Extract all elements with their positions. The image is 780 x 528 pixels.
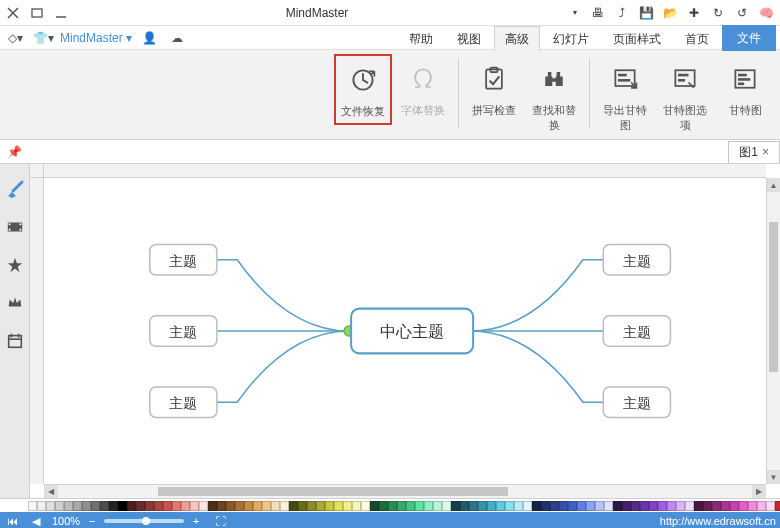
color-swatch[interactable]	[181, 501, 190, 511]
color-swatch[interactable]	[235, 501, 244, 511]
prev-page-icon[interactable]: ◀	[28, 514, 44, 528]
open-icon[interactable]: 📂	[660, 3, 680, 23]
color-swatch[interactable]	[559, 501, 568, 511]
color-swatch[interactable]	[478, 501, 487, 511]
color-swatch[interactable]	[406, 501, 415, 511]
maximize-icon[interactable]	[28, 4, 46, 22]
scroll-left-icon[interactable]: ◀	[44, 485, 58, 498]
save-icon[interactable]: 💾	[636, 3, 656, 23]
color-swatch[interactable]	[64, 501, 73, 511]
color-swatch[interactable]	[289, 501, 298, 511]
leaf-left-1[interactable]: 主题	[169, 253, 197, 269]
color-swatch[interactable]	[334, 501, 343, 511]
color-swatch[interactable]	[469, 501, 478, 511]
star-icon[interactable]	[4, 254, 26, 276]
ribbon-file-recovery[interactable]: 文件恢复	[334, 54, 392, 125]
ribbon-find-replace[interactable]: 查找和替换	[525, 54, 583, 138]
color-swatch[interactable]	[766, 501, 775, 511]
tab-file[interactable]: 文件	[722, 25, 776, 51]
leaf-left-2[interactable]: 主题	[169, 324, 197, 340]
color-swatch[interactable]	[487, 501, 496, 511]
ribbon-font-replace[interactable]: 字体替换	[394, 54, 452, 123]
tab-pagestyle[interactable]: 页面样式	[602, 26, 672, 51]
fit-page-icon[interactable]: ⛶	[212, 514, 228, 528]
film-icon[interactable]	[4, 216, 26, 238]
tab-view[interactable]: 视图	[446, 26, 492, 51]
color-swatch[interactable]	[523, 501, 532, 511]
color-swatch[interactable]	[379, 501, 388, 511]
color-swatch[interactable]	[505, 501, 514, 511]
color-swatch[interactable]	[496, 501, 505, 511]
scroll-down-icon[interactable]: ▼	[767, 470, 780, 484]
tab-home[interactable]: 首页	[674, 26, 720, 51]
color-swatch[interactable]	[424, 501, 433, 511]
color-swatch[interactable]	[91, 501, 100, 511]
ribbon-gantt[interactable]: 甘特图	[716, 54, 774, 123]
redo-icon[interactable]: ↻	[708, 3, 728, 23]
color-swatch[interactable]	[595, 501, 604, 511]
first-page-icon[interactable]: ⏮	[4, 514, 20, 528]
leaf-right-2[interactable]: 主题	[623, 324, 651, 340]
color-swatch[interactable]	[613, 501, 622, 511]
print-icon[interactable]: 🖶	[588, 3, 608, 23]
new-icon[interactable]: ✚	[684, 3, 704, 23]
options-dropdown-icon[interactable]: ◇▾	[4, 29, 26, 47]
color-swatch[interactable]	[316, 501, 325, 511]
color-swatch[interactable]	[82, 501, 91, 511]
color-swatch[interactable]	[460, 501, 469, 511]
color-swatch[interactable]	[757, 501, 766, 511]
color-swatch[interactable]	[109, 501, 118, 511]
color-swatch[interactable]	[118, 501, 127, 511]
color-swatch[interactable]	[676, 501, 685, 511]
color-swatch[interactable]	[397, 501, 406, 511]
zoom-slider-thumb[interactable]	[142, 517, 150, 525]
tab-slideshow[interactable]: 幻灯片	[542, 26, 600, 51]
tab-help[interactable]: 帮助	[398, 26, 444, 51]
color-swatch[interactable]	[685, 501, 694, 511]
user-icon[interactable]: 👤	[138, 29, 160, 47]
color-swatch[interactable]	[190, 501, 199, 511]
color-swatch[interactable]	[748, 501, 757, 511]
leaf-right-1[interactable]: 主题	[623, 253, 651, 269]
color-swatch[interactable]	[658, 501, 667, 511]
color-swatch[interactable]	[721, 501, 730, 511]
color-swatch[interactable]	[622, 501, 631, 511]
canvas[interactable]: 中心主题 主题 主题 主题 主题 主题 主题	[44, 178, 766, 484]
pin-icon[interactable]: 📌	[4, 142, 24, 162]
color-swatch[interactable]	[262, 501, 271, 511]
color-swatch[interactable]	[37, 501, 46, 511]
scroll-thumb-h[interactable]	[158, 487, 508, 496]
undo-icon[interactable]: ↺	[732, 3, 752, 23]
tab-advanced[interactable]: 高级	[494, 26, 540, 51]
scroll-thumb-v[interactable]	[769, 222, 778, 372]
color-swatch[interactable]	[604, 501, 613, 511]
leaf-right-3[interactable]: 主题	[623, 395, 651, 411]
ribbon-export-gantt[interactable]: 导出甘特图	[596, 54, 654, 138]
color-swatch[interactable]	[568, 501, 577, 511]
color-swatch[interactable]	[640, 501, 649, 511]
color-swatch[interactable]	[775, 501, 780, 511]
color-swatch[interactable]	[667, 501, 676, 511]
color-swatch[interactable]	[388, 501, 397, 511]
color-swatch[interactable]	[343, 501, 352, 511]
color-swatch[interactable]	[271, 501, 280, 511]
cloud-icon[interactable]: ☁	[166, 29, 188, 47]
color-swatch[interactable]	[28, 501, 37, 511]
color-swatch[interactable]	[280, 501, 289, 511]
color-swatch[interactable]	[451, 501, 460, 511]
color-swatch[interactable]	[307, 501, 316, 511]
color-swatch[interactable]	[127, 501, 136, 511]
color-swatch[interactable]	[253, 501, 262, 511]
color-swatch[interactable]	[208, 501, 217, 511]
export-icon[interactable]: ⤴	[612, 3, 632, 23]
color-swatch[interactable]	[163, 501, 172, 511]
color-swatch[interactable]	[433, 501, 442, 511]
color-swatches[interactable]	[28, 501, 780, 511]
minimize-icon[interactable]	[52, 4, 70, 22]
color-swatch[interactable]	[298, 501, 307, 511]
scrollbar-horizontal[interactable]: ◀ ▶	[44, 484, 766, 498]
color-swatch[interactable]	[100, 501, 109, 511]
zoom-out-icon[interactable]: −	[84, 514, 100, 528]
color-swatch[interactable]	[154, 501, 163, 511]
zoom-slider[interactable]	[104, 519, 184, 523]
